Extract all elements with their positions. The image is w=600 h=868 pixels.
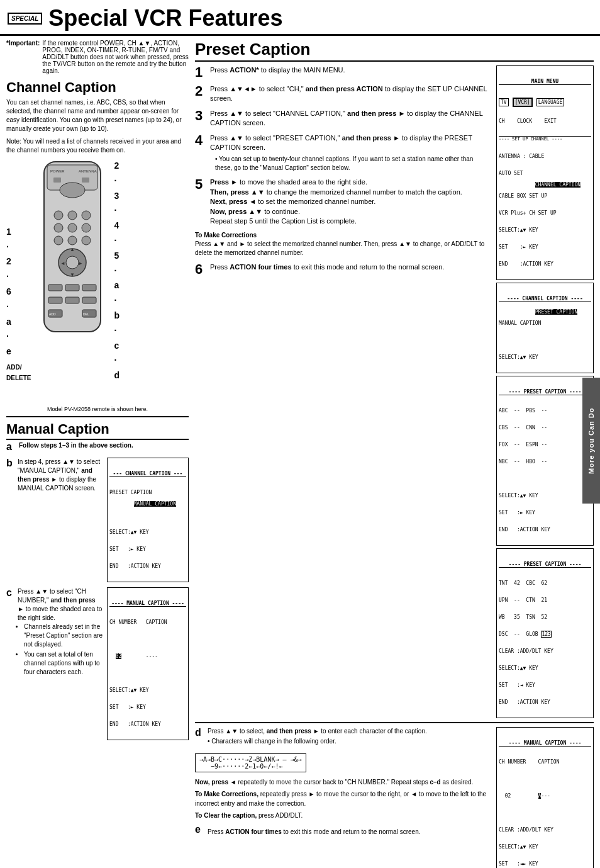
svg-text:◄: ◄ xyxy=(60,261,65,266)
svg-rect-27 xyxy=(82,297,96,303)
page-title: Special VCR Features xyxy=(48,5,282,31)
remote-labels-right: 2 · 3 · 4 · 5 · a · b · c · d xyxy=(114,159,119,402)
svg-point-17 xyxy=(66,256,79,269)
svg-point-4 xyxy=(60,183,85,198)
substep-a-content: Follow steps 1–3 in the above section. xyxy=(19,441,189,450)
step-6-content: Press ACTION four times to exit this mod… xyxy=(210,262,491,272)
left-column: *Important: If the remote control POWER,… xyxy=(6,40,189,868)
manual-caption-c-screen: ---- MANUAL CAPTION ---- CH NUMBER CAPTI… xyxy=(107,587,189,740)
step-4-num: 4 xyxy=(195,133,206,147)
substep-a: a Follow steps 1–3 in the above section. xyxy=(6,441,189,453)
svg-text:▲: ▲ xyxy=(70,247,75,252)
svg-point-11 xyxy=(68,223,77,232)
remote-labels-left: 1 · 2 · 6 · a · e ADD/DELETE xyxy=(6,159,31,402)
step-1-num: 1 xyxy=(195,65,206,79)
substep-d: d Press ▲▼ to select, and then press ► t… xyxy=(195,727,490,746)
substep-a-label: a xyxy=(6,441,15,453)
svg-text:ADD: ADD xyxy=(49,312,56,316)
preset-steps-col: 1 Press ACTION* to display the MAIN MENU… xyxy=(195,65,491,718)
channel-caption-manual-screen: --- CHANNEL CAPTION --- PRESET CAPTION M… xyxy=(107,458,189,582)
substep-b-label: b xyxy=(6,458,15,469)
manual-d-screen-area: ---- MANUAL CAPTION ---- CH NUMBER CAPTI… xyxy=(496,727,594,868)
channel-caption-note: Note: You will need a list of channels r… xyxy=(6,137,189,155)
svg-text:POWER: POWER xyxy=(50,169,65,173)
substep-b-content: In step 4, press ▲▼ to select "MANUAL CA… xyxy=(18,458,103,493)
step-1: 1 Press ACTION* to display the MAIN MENU… xyxy=(195,65,491,79)
page-header: SPECIAL Special VCR Features xyxy=(0,0,600,36)
left-divider xyxy=(6,416,189,417)
now-press: Now, press ◄ repeatedly to move the curs… xyxy=(195,777,490,787)
substep-e-label: e xyxy=(195,824,204,835)
step-5-content: Press ► to move the shaded area to the r… xyxy=(210,178,491,226)
svg-rect-6 xyxy=(82,178,89,183)
step-4-content: Press ▲▼ to select "PRESET CAPTION," and… xyxy=(210,133,491,173)
substep-e: e Press ACTION four times to exit this m… xyxy=(195,824,490,837)
main-divider xyxy=(195,722,594,723)
svg-point-10 xyxy=(54,223,63,232)
step-2: 2 Press ▲▼◄► to select "CH," and then pr… xyxy=(195,84,491,104)
svg-point-9 xyxy=(82,211,91,220)
important-text: If the remote control POWER, CH ▲▼, ACTI… xyxy=(42,40,189,74)
svg-point-13 xyxy=(54,236,63,245)
important-note: *Important: If the remote control POWER,… xyxy=(6,40,189,74)
channel-caption-title: Channel Caption xyxy=(6,79,189,96)
preset-caption-screen-2: ---- PRESET CAPTION ---- TNT 42 CBC 62 U… xyxy=(496,548,594,718)
to-make-corrections: To Make Corrections Press ▲▼ and ► to se… xyxy=(195,231,491,257)
right-column: Preset Caption 1 Press ACTION* to displa… xyxy=(195,40,594,868)
substep-d-label: d xyxy=(195,727,204,738)
to-make-corrections-manual: To Make Corrections, repeatedly press ► … xyxy=(195,789,490,808)
remote-image: POWER ANTENNA xyxy=(35,159,110,402)
svg-text:DEL: DEL xyxy=(83,312,89,316)
model-note: Model PV-M2058 remote is shown here. xyxy=(6,406,189,412)
svg-point-14 xyxy=(68,236,77,245)
svg-point-8 xyxy=(68,211,77,220)
step-5: 5 Press ► to move the shaded area to the… xyxy=(195,178,491,226)
substep-c-label: c xyxy=(6,587,15,599)
preset-caption-title: Preset Caption xyxy=(195,40,594,62)
svg-point-12 xyxy=(82,223,91,232)
important-label: *Important: xyxy=(6,40,40,74)
preset-steps-area: 1 Press ACTION* to display the MAIN MENU… xyxy=(195,65,594,718)
svg-point-15 xyxy=(82,236,91,245)
preset-caption-screen-1: ---- PRESET CAPTION ---- ABC -- PBS -- C… xyxy=(496,376,594,546)
substep-c-content: Press ▲▼ to select "CH NUMBER," and then… xyxy=(18,587,103,678)
substep-d-content: Press ▲▼ to select, and then press ► to … xyxy=(208,727,490,746)
svg-rect-26 xyxy=(65,297,79,303)
svg-rect-23 xyxy=(65,285,79,291)
step-d-area: d Press ▲▼ to select, and then press ► t… xyxy=(195,727,490,868)
channel-caption-section: Channel Caption You can set channel name… xyxy=(6,79,189,155)
preset-caption-section: Preset Caption 1 Press ACTION* to displa… xyxy=(195,40,594,868)
screens-column: MAIN MENU TV [VCR] LANGUAGE CH CLOCK EXI… xyxy=(496,65,594,718)
remote-svg: POWER ANTENNA xyxy=(35,159,110,341)
manual-caption-title: Manual Caption xyxy=(6,421,189,440)
svg-rect-25 xyxy=(48,297,62,303)
step-3: 3 Press ▲▼ to select "CHANNEL CAPTION," … xyxy=(195,109,491,128)
svg-text:▼: ▼ xyxy=(70,272,75,278)
step-2-num: 2 xyxy=(195,84,206,98)
step-3-num: 3 xyxy=(195,109,206,123)
step-2-content: Press ▲▼◄► to select "CH," and then pres… xyxy=(210,84,491,104)
arrow-sequence: →A→B→C······→Z→BLANK→ — →&→ −9←······2←1… xyxy=(195,753,306,772)
step-6: 6 Press ACTION four times to exit this m… xyxy=(195,262,491,276)
step-4: 4 Press ▲▼ to select "PRESET CAPTION," a… xyxy=(195,133,491,173)
svg-text:►: ► xyxy=(78,261,83,266)
substep-c: c Press ▲▼ to select "CH NUMBER," and th… xyxy=(6,587,189,740)
manual-caption-d-screen: ---- MANUAL CAPTION ---- CH NUMBER CAPTI… xyxy=(496,727,594,868)
to-clear: To Clear the caption, press ADD/DLT. xyxy=(195,811,490,820)
svg-rect-5 xyxy=(53,178,61,183)
step-1-content: Press ACTION* to display the MAIN MENU. xyxy=(210,65,491,75)
special-badge: SPECIAL xyxy=(8,13,42,25)
main-menu-screen: MAIN MENU TV [VCR] LANGUAGE CH CLOCK EXI… xyxy=(496,65,594,280)
svg-rect-22 xyxy=(48,285,62,291)
step-6-num: 6 xyxy=(195,262,206,276)
sidebar-tab: More you Can Do xyxy=(582,378,600,504)
manual-bottom: d Press ▲▼ to select, and then press ► t… xyxy=(195,727,594,868)
svg-point-7 xyxy=(54,211,63,220)
channel-caption-screen: ---- CHANNEL CAPTION ---- PRESET CAPTION… xyxy=(496,283,594,373)
svg-rect-24 xyxy=(82,285,96,291)
step-5-num: 5 xyxy=(195,178,206,191)
svg-text:ANTENNA: ANTENNA xyxy=(79,169,97,173)
channel-caption-body: You can set channel names, i.e. ABC, CBS… xyxy=(6,98,189,133)
step-3-content: Press ▲▼ to select "CHANNEL CAPTION," an… xyxy=(210,109,491,128)
substep-e-content: Press ACTION four times to exit this mod… xyxy=(208,828,490,837)
